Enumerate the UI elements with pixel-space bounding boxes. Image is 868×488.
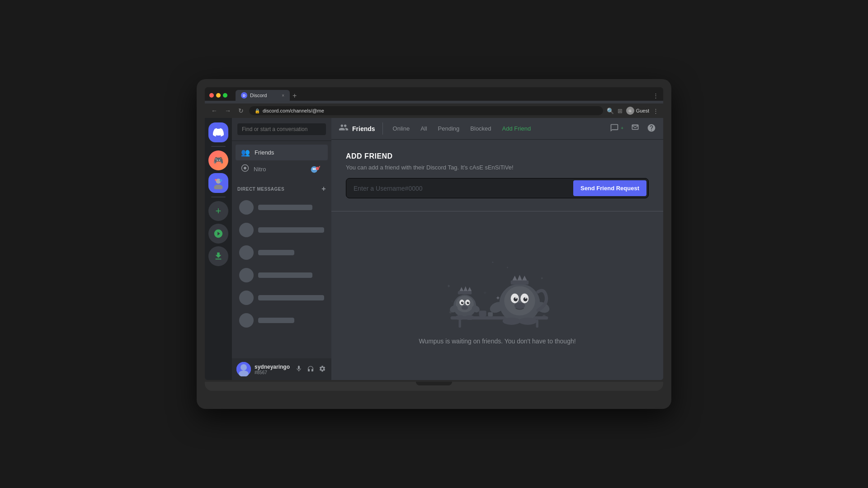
- server-icon-home[interactable]: [208, 122, 228, 142]
- close-window-button[interactable]: [209, 93, 214, 98]
- wumpus-caption: Wumpus is waiting on friends. You don't …: [419, 338, 576, 345]
- maximize-window-button[interactable]: [223, 93, 227, 98]
- svg-rect-40: [479, 310, 486, 316]
- dm-avatar: [239, 268, 254, 282]
- tab-bar: D Discord × +: [236, 90, 649, 101]
- svg-point-29: [467, 301, 469, 304]
- forward-button[interactable]: →: [223, 106, 233, 115]
- dm-add-button[interactable]: +: [321, 185, 326, 193]
- svg-rect-41: [488, 312, 493, 316]
- dm-item[interactable]: [236, 310, 328, 331]
- traffic-lights[interactable]: [209, 93, 227, 98]
- svg-point-1: [214, 185, 223, 190]
- nitro-icon: [241, 164, 249, 174]
- dm-item[interactable]: [236, 197, 328, 218]
- dm-list: [232, 195, 331, 358]
- deafen-button[interactable]: [306, 364, 315, 375]
- svg-point-16: [507, 267, 509, 268]
- help-button[interactable]: [647, 123, 656, 134]
- mute-button[interactable]: [294, 364, 303, 375]
- server-divider-2: [211, 197, 226, 197]
- svg-point-2: [215, 179, 217, 181]
- dm-nav-friends-label: Friends: [255, 149, 274, 156]
- dm-avatar: [239, 291, 254, 305]
- dm-nav-nitro-label: Nitro: [254, 166, 266, 173]
- svg-point-57: [503, 317, 521, 324]
- svg-rect-43: [511, 280, 529, 284]
- inbox-button[interactable]: [631, 123, 640, 134]
- svg-marker-45: [517, 275, 522, 281]
- user-chip[interactable]: G Guest: [626, 107, 649, 115]
- server-divider: [211, 146, 226, 147]
- friends-header: Friends Online All Pending Blocked Add F…: [331, 118, 663, 140]
- user-panel-actions: [294, 364, 327, 375]
- browser-profile-button[interactable]: ⊞: [618, 108, 623, 114]
- dm-section-label: DIRECT MESSAGES: [237, 187, 284, 192]
- tab-online[interactable]: Online: [388, 123, 415, 134]
- dm-skeleton-name: [258, 272, 312, 278]
- add-friend-form: Send Friend Request: [346, 178, 649, 198]
- svg-text:✦: ✦: [495, 295, 500, 301]
- svg-point-5: [244, 167, 246, 169]
- server-sidebar: 🎮 +: [205, 118, 232, 380]
- refresh-button[interactable]: ↻: [236, 106, 245, 115]
- add-friend-title: ADD FRIEND: [346, 152, 649, 160]
- dm-skeleton-name: [258, 227, 324, 233]
- address-bar[interactable]: 🔒 discord.com/channels/@me: [249, 106, 603, 115]
- browser-top-actions: ⋮: [653, 92, 659, 99]
- browser-search-button[interactable]: 🔍: [607, 108, 614, 114]
- user-panel: sydneyaringo #8567: [232, 358, 331, 380]
- svg-rect-21: [458, 291, 472, 294]
- new-message-button[interactable]: +: [610, 123, 623, 134]
- tab-blocked[interactable]: Blocked: [466, 123, 495, 134]
- new-tab-button[interactable]: +: [291, 92, 298, 100]
- username-input[interactable]: [346, 178, 571, 198]
- server-icon-explore[interactable]: [208, 224, 228, 244]
- dm-avatar: [239, 223, 254, 237]
- svg-marker-46: [522, 276, 527, 281]
- svg-text:✦: ✦: [491, 260, 494, 264]
- browser-tab-discord[interactable]: D Discord ×: [236, 90, 290, 101]
- settings-button[interactable]: [318, 364, 327, 375]
- browser-user-avatar: G: [626, 107, 634, 115]
- friends-header-title: Friends: [339, 122, 383, 135]
- friends-icon: 👥: [241, 148, 250, 157]
- tab-close-button[interactable]: ×: [282, 93, 284, 98]
- send-friend-request-button[interactable]: Send Friend Request: [573, 180, 646, 196]
- svg-point-3: [220, 179, 222, 182]
- tab-all[interactable]: All: [416, 123, 431, 134]
- add-friend-description: You can add a friend with their Discord …: [346, 164, 649, 171]
- tab-pending[interactable]: Pending: [434, 123, 464, 134]
- svg-rect-38: [459, 319, 461, 328]
- dm-item[interactable]: [236, 219, 328, 241]
- friends-title: Friends: [352, 125, 375, 132]
- discord-favicon: D: [241, 92, 247, 99]
- dm-nav-friends[interactable]: 👥 Friends: [236, 145, 328, 160]
- add-friend-section: ADD FRIEND You can add a friend with the…: [331, 140, 663, 211]
- server-icon-add[interactable]: +: [208, 201, 228, 221]
- minimize-window-button[interactable]: [216, 93, 221, 98]
- tab-add-friend[interactable]: Add Friend: [498, 123, 536, 134]
- server-icon-user1[interactable]: [208, 173, 228, 193]
- url-text: discord.com/channels/@me: [263, 108, 324, 113]
- dm-item[interactable]: [236, 242, 328, 263]
- server-icon-download[interactable]: [208, 246, 228, 266]
- dm-item[interactable]: [236, 264, 328, 286]
- browser-more-button[interactable]: ⋮: [653, 108, 659, 114]
- svg-text:✧: ✧: [451, 299, 453, 303]
- svg-point-58: [519, 317, 537, 324]
- server-icon-nitro[interactable]: 🎮: [208, 150, 228, 170]
- back-button[interactable]: ←: [209, 106, 219, 115]
- svg-text:✦: ✦: [540, 276, 544, 281]
- browser-menu-button[interactable]: ⋮: [653, 92, 659, 99]
- username: sydneyaringo: [255, 364, 291, 370]
- svg-text:✦: ✦: [447, 283, 451, 289]
- search-input[interactable]: [237, 123, 326, 135]
- dm-search-area[interactable]: [232, 118, 331, 141]
- svg-point-12: [241, 364, 247, 371]
- dm-item[interactable]: [236, 287, 328, 309]
- dm-nav-nitro[interactable]: Nitro: [236, 160, 328, 178]
- svg-point-53: [525, 297, 527, 299]
- svg-text:✧: ✧: [483, 290, 487, 295]
- user-avatar: [236, 362, 251, 376]
